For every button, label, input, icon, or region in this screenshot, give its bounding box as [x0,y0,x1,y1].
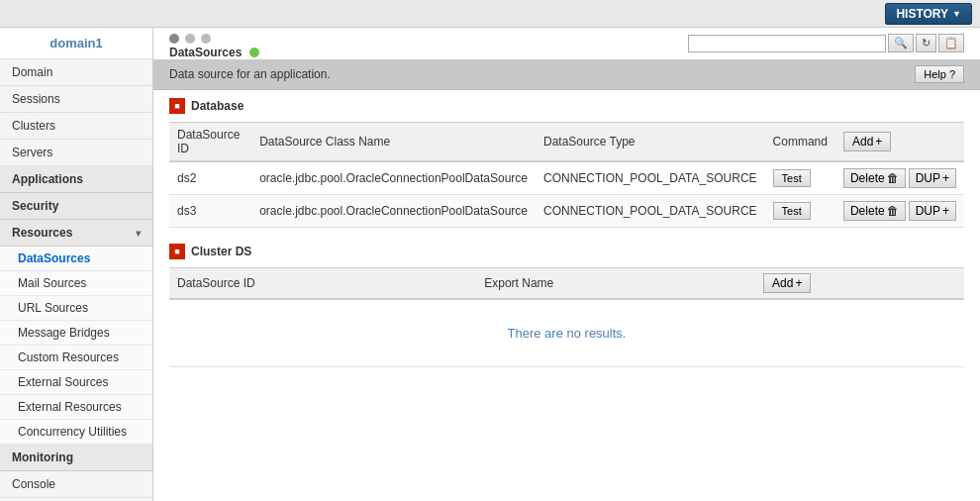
ds-class-1: oracle.jdbc.pool.OracleConnectionPoolDat… [251,161,536,195]
history-arrow: ▼ [952,9,961,19]
search-bar: 🔍 ↻ 📋 [688,34,964,52]
sidebar-sub-mail-sources[interactable]: Mail Sources [0,271,152,296]
col-cluster-ds-id: DataSource ID [169,268,476,300]
sidebar-item-clusters[interactable]: Clusters [0,113,152,140]
col-add: Add + [835,123,964,162]
info-bar: Data source for an application. Help ? [153,59,980,90]
page-title: DataSources [169,46,688,59]
help-button[interactable]: Help ? [915,65,964,83]
col-cluster-add: Add + [755,268,964,300]
delete-button-1[interactable]: Delete 🗑 [843,168,906,188]
no-results-row: There are no results. [169,299,964,367]
sidebar-sub-custom-resources[interactable]: Custom Resources [0,346,152,370]
history-button[interactable]: HISTORY ▼ [885,3,972,25]
clusterds-section-title: ■ Cluster DS [169,244,964,259]
ds-id-2: ds3 [169,195,251,228]
table-row: ds2 oracle.jdbc.pool.OracleConnectionPoo… [169,161,964,195]
table-row: ds3 oracle.jdbc.pool.OracleConnectionPoo… [169,195,964,228]
sidebar-section-resources[interactable]: Resources ▾ [0,220,152,247]
dup-button-1[interactable]: DUP + [909,168,956,188]
col-command: Command [765,123,835,162]
page-header: DataSources 🔍 ↻ 📋 [153,28,980,59]
sidebar-sub-url-sources[interactable]: URL Sources [0,296,152,321]
ds-actions-1: Delete 🗑 DUP + [835,161,964,195]
info-text: Data source for an application. [169,67,331,81]
col-export-name: Export Name [476,268,755,300]
ds-class-2: oracle.jdbc.pool.OracleConnectionPoolDat… [251,195,536,228]
top-bar: HISTORY ▼ [0,0,980,28]
delete-button-2[interactable]: Delete 🗑 [843,201,906,221]
sidebar-item-sessions[interactable]: Sessions [0,86,152,113]
sidebar-section-applications[interactable]: Applications [0,166,152,193]
sidebar-sub-datasources[interactable]: DataSources [0,247,152,271]
database-table: DataSource ID DataSource Class Name Data… [169,122,964,228]
ds-type-2: CONNECTION_POOL_DATA_SOURCE [536,195,765,228]
database-icon: ■ [169,98,185,114]
ds-test-2: Test [765,195,835,228]
dup-button-2[interactable]: DUP + [909,201,956,221]
main-content: DataSources 🔍 ↻ 📋 Data source for an app… [153,28,980,501]
add-clusterds-button[interactable]: Add + [763,273,811,293]
test-button-2[interactable]: Test [773,202,811,220]
sidebar-section-monitoring[interactable]: Monitoring [0,445,152,471]
ds-test-1: Test [765,161,835,195]
sidebar-sub-message-bridges[interactable]: Message Bridges [0,321,152,346]
ds-id-1: ds2 [169,161,251,195]
search-button[interactable]: 🔍 [888,34,914,52]
nav-dot-3 [201,34,211,44]
sidebar-item-servers[interactable]: Servers [0,140,152,166]
sidebar-item-domain[interactable]: Domain [0,59,152,86]
sidebar-sub-external-sources[interactable]: External Sources [0,370,152,395]
resources-arrow: ▾ [136,228,141,239]
sidebar: domain1 Domain Sessions Clusters Servers… [0,28,153,501]
database-section: ■ Database DataSource ID DataSource Clas… [153,90,980,236]
add-datasource-button[interactable]: Add + [843,132,891,151]
no-results-text: There are no results. [177,306,956,360]
database-section-title: ■ Database [169,98,964,114]
test-button-1[interactable]: Test [773,169,811,187]
nav-breadcrumb [169,34,688,44]
col-class-name: DataSource Class Name [251,123,536,162]
ds-actions-2: Delete 🗑 DUP + [835,195,964,228]
nav-dot-2 [185,34,195,44]
ds-type-1: CONNECTION_POOL_DATA_SOURCE [536,161,765,195]
sidebar-domain[interactable]: domain1 [0,28,152,59]
nav-dot-1 [169,34,179,44]
sidebar-section-security[interactable]: Security [0,193,152,220]
sidebar-sub-external-resources[interactable]: External Resources [0,395,152,420]
no-results-cell: There are no results. [169,299,964,367]
clusterds-table: DataSource ID Export Name Add + T [169,267,964,367]
col-datasource-id: DataSource ID [169,123,251,162]
clusterds-icon: ■ [169,244,185,259]
sidebar-sub-concurrency-utilities[interactable]: Concurrency Utilities [0,420,152,445]
status-indicator [249,48,259,57]
export-button[interactable]: 📋 [938,34,964,52]
history-label: HISTORY [896,7,948,21]
col-type: DataSource Type [536,123,765,162]
sidebar-item-console[interactable]: Console [0,471,152,498]
refresh-button[interactable]: ↻ [916,34,936,52]
search-input[interactable] [688,35,886,52]
clusterds-section: ■ Cluster DS DataSource ID Export Name A… [153,236,980,375]
